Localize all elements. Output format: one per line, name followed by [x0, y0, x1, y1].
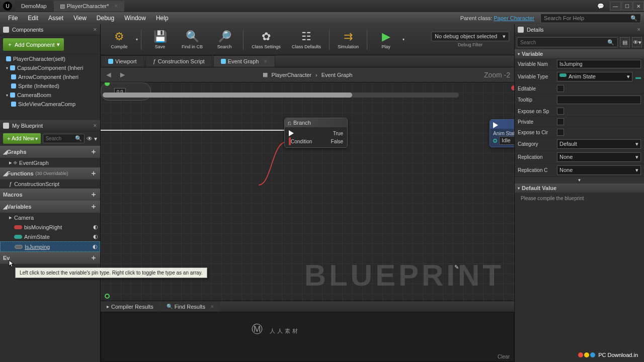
- find-in-cb-button[interactable]: 🔍Find in CB: [177, 26, 208, 54]
- nav-forward-button[interactable]: ►: [119, 70, 127, 79]
- save-button[interactable]: 💾Save: [144, 26, 176, 54]
- breadcrumb[interactable]: PlayerCharacter: [272, 72, 311, 78]
- menu-debug[interactable]: Debug: [92, 13, 119, 24]
- bool-pin-out[interactable]: [511, 85, 514, 90]
- menu-asset[interactable]: Asset: [43, 13, 68, 24]
- node-branch[interactable]: ⎌Branch True ConditionFalse: [284, 118, 348, 148]
- tree-item[interactable]: SideViewCameraComp: [0, 100, 100, 109]
- bp-item-camera[interactable]: ▸ Camera: [0, 213, 100, 222]
- tab-find-results[interactable]: 🔍 Find Results ✕: [160, 301, 220, 312]
- eye-icon[interactable]: 👁 ▾: [87, 135, 97, 142]
- plus-icon[interactable]: ＋: [90, 253, 97, 262]
- menu-edit[interactable]: Edit: [23, 13, 43, 24]
- plus-icon[interactable]: ＋: [90, 147, 97, 156]
- class-defaults-button[interactable]: ☷Class Defaults: [287, 26, 326, 54]
- node-compare-float[interactable]: 0.0: [101, 82, 151, 101]
- plus-icon[interactable]: ＋: [90, 202, 97, 211]
- eye-icon[interactable]: ◐: [93, 224, 98, 230]
- menu-file[interactable]: File: [3, 13, 23, 24]
- float-pin[interactable]: [105, 294, 110, 299]
- nav-back-button[interactable]: ◄: [105, 70, 113, 79]
- float-pin[interactable]: [105, 82, 110, 86]
- search-button[interactable]: 🔎Search: [209, 26, 240, 54]
- tree-item[interactable]: ▾CapsuleComponent (Inheri: [0, 63, 100, 72]
- expose-spawn-checkbox[interactable]: [557, 108, 564, 115]
- var-name-input[interactable]: [557, 60, 641, 68]
- tree-item[interactable]: Sprite (Inherited): [0, 81, 100, 90]
- close-icon[interactable]: ✕: [210, 304, 214, 309]
- event-dispatchers-section[interactable]: Ev＋: [0, 252, 100, 264]
- edit-icon[interactable]: ✎: [454, 264, 459, 270]
- chat-icon[interactable]: 💬: [595, 2, 606, 11]
- bp-var-bismovingright[interactable]: bisMovingRight◐: [0, 222, 100, 232]
- bp-item-eventgraph[interactable]: ▸ ⎆ EventGraph: [0, 158, 100, 167]
- eye-icon[interactable]: ◐: [93, 233, 98, 240]
- bp-var-animstate[interactable]: AnimState◐: [0, 232, 100, 241]
- exec-pin-in[interactable]: [289, 130, 294, 136]
- close-icon[interactable]: ✕: [93, 123, 97, 128]
- replication-cond-dropdown[interactable]: None▾: [557, 165, 641, 175]
- enum-pin[interactable]: [493, 139, 497, 143]
- functions-section[interactable]: ◢Functions(30 Overridable)＋: [0, 167, 100, 179]
- plus-icon[interactable]: ＋: [90, 169, 97, 178]
- default-value-section-header[interactable]: ▾Default Value: [515, 184, 644, 193]
- maximize-button[interactable]: ☐: [621, 2, 632, 11]
- private-checkbox[interactable]: [557, 118, 564, 125]
- node-set[interactable]: SET Anim State Idle▾: [490, 119, 514, 147]
- variables-section[interactable]: ◢Variables＋: [0, 201, 100, 213]
- tree-item[interactable]: ▾CameraBoom: [0, 90, 100, 100]
- replication-dropdown[interactable]: None▾: [557, 152, 641, 162]
- expand-more-button[interactable]: ▼: [515, 177, 644, 184]
- help-search[interactable]: Search For Help🔍: [540, 14, 641, 23]
- class-settings-button[interactable]: ✿Class Settings: [247, 26, 286, 54]
- tab-construction-script[interactable]: ƒConstruction Script: [145, 55, 212, 67]
- close-icon[interactable]: ✕: [264, 59, 268, 64]
- details-search[interactable]: 🔍: [517, 37, 618, 47]
- tree-item[interactable]: PlayerCharacter(self): [0, 54, 100, 63]
- eye-filter-button[interactable]: 👁▾: [632, 37, 642, 47]
- macros-section[interactable]: Macros＋: [0, 189, 100, 201]
- parent-class-link[interactable]: Paper Character: [494, 15, 534, 21]
- menu-window[interactable]: Window: [119, 13, 151, 24]
- tab-viewport[interactable]: Viewport: [101, 55, 144, 67]
- tab-playercharacter[interactable]: ▧ PlayerCharacter* ✕: [54, 1, 124, 12]
- clear-button[interactable]: Clear: [498, 354, 510, 359]
- simulation-button[interactable]: ⇉Simulation: [333, 26, 364, 54]
- exec-pin-in[interactable]: [493, 122, 498, 128]
- menu-help[interactable]: Help: [151, 13, 174, 24]
- components-tree[interactable]: PlayerCharacter(self) ▾CapsuleComponent …: [0, 54, 100, 120]
- play-button[interactable]: ▶Play: [370, 26, 401, 54]
- close-icon[interactable]: ✕: [114, 4, 118, 9]
- array-toggle-icon[interactable]: ▬: [635, 74, 641, 80]
- plus-icon[interactable]: ＋: [90, 190, 97, 199]
- menu-view[interactable]: View: [68, 13, 92, 24]
- close-window-button[interactable]: ✕: [633, 2, 644, 11]
- tab-compiler-results[interactable]: ▸ Compiler Results: [101, 301, 159, 312]
- set-value-dropdown[interactable]: Idle▾: [499, 136, 514, 145]
- compile-button[interactable]: ⚙Compile: [104, 26, 135, 54]
- add-component-button[interactable]: ＋Add Component▾: [3, 38, 64, 51]
- tab-demomap[interactable]: DemoMap: [15, 1, 53, 11]
- add-new-button[interactable]: ＋Add New ▾: [3, 133, 41, 144]
- close-icon[interactable]: ✕: [93, 27, 97, 32]
- scrollbar-thumb[interactable]: [103, 93, 352, 98]
- matrix-view-button[interactable]: ▤: [620, 37, 630, 47]
- eye-icon[interactable]: ◐: [93, 243, 98, 250]
- scrollbar-horizontal[interactable]: [103, 93, 459, 98]
- expose-cine-checkbox[interactable]: [557, 129, 564, 136]
- breadcrumb[interactable]: Event Graph: [321, 72, 353, 78]
- tab-event-graph[interactable]: Event Graph✕: [213, 55, 276, 67]
- variable-section-header[interactable]: ▾Variable: [515, 49, 644, 58]
- close-icon[interactable]: ✕: [637, 27, 641, 32]
- tree-item[interactable]: ArrowComponent (Inheri: [0, 72, 100, 81]
- graphs-section[interactable]: ◢Graphs＋: [0, 146, 100, 158]
- minimize-button[interactable]: —: [610, 2, 621, 11]
- var-type-dropdown[interactable]: Anim State▾: [557, 72, 632, 81]
- var-pill-icon[interactable]: [15, 245, 23, 249]
- debug-object-select[interactable]: No debug object selected▾: [431, 32, 509, 41]
- bp-var-isjumping[interactable]: IsJumping◐: [0, 241, 100, 252]
- tooltip-input[interactable]: [557, 96, 641, 104]
- category-dropdown[interactable]: Default▾: [557, 139, 641, 149]
- myblueprint-search[interactable]: 🔍: [43, 134, 84, 143]
- bp-item-construction[interactable]: ƒ ConstructionScript: [0, 179, 100, 189]
